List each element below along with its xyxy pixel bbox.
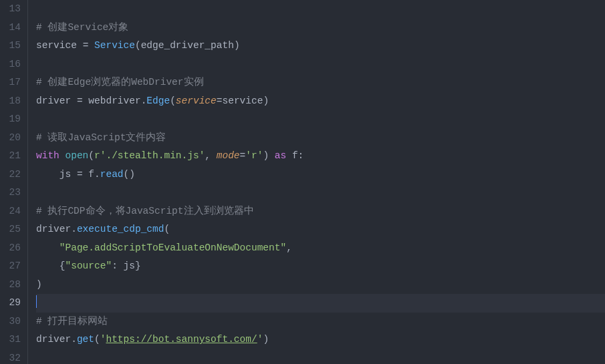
- token-op: =: [77, 96, 83, 106]
- code-line[interactable]: # 执行CDP命令，将JavaScript注入到浏览器中: [36, 202, 605, 221]
- code-line[interactable]: with open(r'./stealth.min.js', mode='r')…: [36, 147, 605, 166]
- token-func: Service: [94, 40, 135, 51]
- code-line[interactable]: # 打开目标网站: [36, 313, 605, 331]
- token-punc: (: [88, 150, 94, 161]
- token-default: f: [83, 169, 94, 180]
- line-number: 32: [0, 349, 21, 365]
- line-number: 16: [0, 55, 21, 74]
- token-punc: .: [94, 169, 100, 180]
- token-punc: (: [170, 96, 176, 106]
- token-comment: # 创建Edge浏览器的WebDriver实例: [36, 77, 204, 87]
- line-number: 28: [0, 276, 21, 295]
- line-number: 22: [0, 166, 21, 184]
- token-param: service: [176, 96, 217, 106]
- code-line[interactable]: [36, 55, 605, 74]
- token-default: driver: [36, 224, 71, 234]
- code-line[interactable]: # 创建Edge浏览器的WebDriver实例: [36, 73, 605, 92]
- code-line[interactable]: [36, 0, 605, 19]
- code-line[interactable]: "Page.addScriptToEvaluateOnNewDocument",: [36, 239, 605, 258]
- token-default: js: [118, 260, 135, 271]
- line-number: 24: [0, 202, 21, 221]
- token-default: [36, 260, 59, 271]
- code-area[interactable]: # 创建Service对象service = Service(edge_driv…: [28, 0, 605, 364]
- token-op: =: [77, 169, 83, 180]
- current-line-highlight: [36, 294, 605, 313]
- token-string-u: https://bot.sannysoft.com/: [106, 334, 257, 345]
- token-keyword: with: [36, 150, 59, 161]
- token-punc: {: [59, 260, 66, 271]
- token-string: "source": [66, 260, 112, 271]
- token-func: get: [77, 334, 94, 345]
- code-line[interactable]: [36, 349, 605, 365]
- token-punc: (: [135, 40, 141, 51]
- token-punc: (: [164, 224, 170, 234]
- token-punc: ): [263, 334, 269, 345]
- token-default: driver: [36, 96, 77, 106]
- token-default: service: [222, 96, 263, 106]
- line-number: 18: [0, 92, 21, 111]
- token-default: [269, 150, 275, 161]
- line-number: 23: [0, 184, 21, 202]
- line-number: 25: [0, 220, 21, 239]
- token-default: js: [36, 169, 77, 180]
- token-default: edge_driver_path: [141, 40, 234, 51]
- line-number: 13: [0, 0, 21, 19]
- token-punc: ): [263, 96, 269, 106]
- code-editor[interactable]: 1314151617181920212223242526272829303132…: [0, 0, 605, 364]
- token-func: execute_cdp_cmd: [77, 224, 164, 234]
- token-default: service: [36, 40, 83, 51]
- line-number: 30: [0, 313, 21, 331]
- token-param: mode: [217, 150, 240, 161]
- token-default: [88, 40, 94, 51]
- code-line[interactable]: driver.get('https://bot.sannysoft.com/'): [36, 331, 605, 349]
- token-comment: # 执行CDP命令，将JavaScript注入到浏览器中: [36, 206, 254, 216]
- token-op: =: [240, 150, 246, 161]
- code-line[interactable]: # 创建Service对象: [36, 19, 605, 37]
- code-line[interactable]: driver = webdriver.Edge(service=service): [36, 92, 605, 111]
- token-punc: .: [71, 224, 77, 234]
- token-default: [36, 242, 59, 253]
- token-default: [211, 150, 217, 161]
- token-punc: :: [298, 150, 304, 161]
- token-punc: ): [263, 150, 269, 161]
- code-line[interactable]: [36, 110, 605, 129]
- line-number: 20: [0, 129, 21, 148]
- line-number: 17: [0, 73, 21, 92]
- code-line[interactable]: js = f.read(): [36, 166, 605, 184]
- line-number: 29: [0, 294, 21, 313]
- token-default: f: [286, 150, 297, 161]
- code-line[interactable]: # 读取JavaScript文件内容: [36, 129, 605, 148]
- token-punc: :: [112, 260, 118, 271]
- code-line[interactable]: driver.execute_cdp_cmd(: [36, 220, 605, 239]
- token-default: driver: [36, 334, 71, 345]
- line-number: 31: [0, 331, 21, 349]
- line-number: 21: [0, 147, 21, 166]
- token-string: 'r': [245, 150, 263, 161]
- line-number: 15: [0, 37, 21, 55]
- token-func: read: [100, 169, 124, 180]
- token-string: r'./stealth.min.js': [94, 150, 205, 161]
- code-line[interactable]: [36, 184, 605, 202]
- token-comment: # 创建Service对象: [36, 22, 128, 33]
- token-punc: (): [124, 169, 135, 180]
- token-func: Edge: [146, 96, 170, 106]
- token-punc: ,: [205, 150, 211, 161]
- line-number: 27: [0, 257, 21, 276]
- token-comment: # 读取JavaScript文件内容: [36, 132, 166, 143]
- token-punc: ): [234, 40, 240, 51]
- token-default: [59, 150, 66, 161]
- token-punc: ): [36, 279, 42, 290]
- token-keyword: as: [275, 150, 286, 161]
- code-line[interactable]: {"source": js}: [36, 257, 605, 276]
- token-punc: }: [135, 260, 141, 271]
- line-number: 14: [0, 19, 21, 37]
- token-string: "Page.addScriptToEvaluateOnNewDocument": [59, 242, 286, 253]
- code-line[interactable]: ): [36, 276, 605, 295]
- line-number: 26: [0, 239, 21, 258]
- token-builtin: open: [66, 150, 89, 161]
- token-punc: (: [94, 334, 100, 345]
- text-cursor: [36, 295, 37, 308]
- line-number: 19: [0, 110, 21, 129]
- code-line[interactable]: [36, 294, 605, 313]
- code-line[interactable]: service = Service(edge_driver_path): [36, 37, 605, 55]
